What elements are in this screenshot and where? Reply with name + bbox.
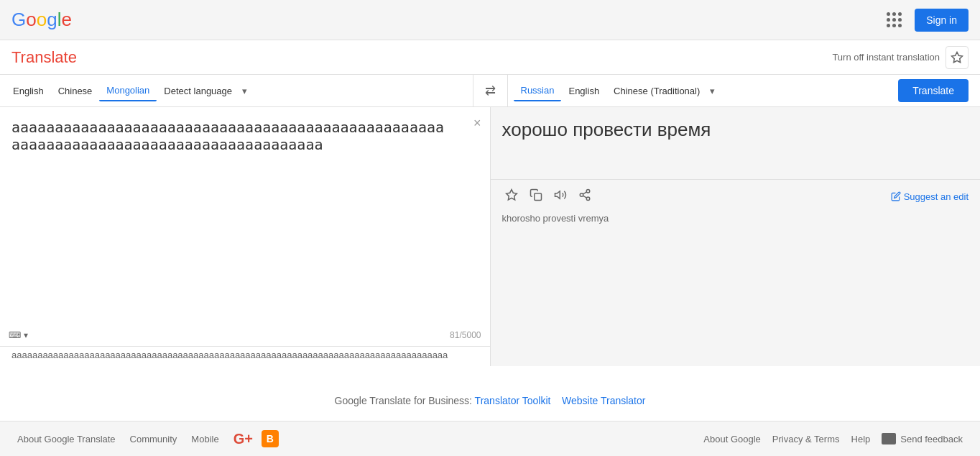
star-translation-button[interactable] [502,186,521,207]
svg-line-7 [583,196,586,198]
swap-button-container: ⇄ [473,75,508,106]
source-lang-english-button[interactable]: English [6,81,51,101]
page-title: Translate [11,48,77,67]
source-lang-chinese-button[interactable]: Chinese [51,81,100,101]
suggest-edit-label: Suggest an edit [904,191,969,202]
input-footer: ⌨ ▾ 81/5000 [0,327,490,346]
feedback-label: Send feedback [900,434,963,444]
footer-social-icons: G+ B [234,430,279,447]
svg-marker-3 [555,191,560,199]
svg-rect-2 [534,193,541,201]
google-apps-icon[interactable] [882,8,906,32]
footer: About Google Translate Community Mobile … [0,421,980,456]
translate-button[interactable]: Translate [898,79,969,102]
suggest-edit-button[interactable]: Suggest an edit [891,191,969,202]
google-plus-icon[interactable]: G+ [234,431,253,447]
svg-point-6 [586,197,590,201]
output-actions: Suggest an edit [491,179,981,213]
website-translator-link[interactable]: Website Translator [562,395,645,406]
business-label: Google Translate for Business: [335,395,472,406]
svg-marker-1 [506,190,517,200]
footer-left: About Google Translate Community Mobile … [17,430,279,447]
instant-translation-controls: Turn off instant translation [832,46,969,69]
target-lang-bar: Russian English Chinese (Traditional) ▾ … [508,75,981,106]
source-lang-mongolian-button[interactable]: Mongolian [99,81,157,101]
svg-point-4 [586,190,590,193]
privacy-terms-link[interactable]: Privacy & Terms [772,434,840,444]
sign-in-button[interactable]: Sign in [915,9,969,32]
listen-translation-button[interactable] [551,186,570,207]
save-translation-button[interactable] [946,46,969,69]
about-google-link[interactable]: About Google [703,434,761,444]
mobile-link[interactable]: Mobile [191,434,218,444]
target-lang-dropdown[interactable]: ▾ [707,81,718,101]
svg-point-5 [580,193,583,197]
target-lang-chinese-traditional-button[interactable]: Chinese (Traditional) [606,81,707,101]
target-lang-russian-button[interactable]: Russian [514,81,562,101]
blogger-icon[interactable]: B [262,430,279,447]
feedback-icon [882,433,896,444]
translation-panels: аааааааааааааааааааааааааааааааааааааааа… [0,107,980,366]
help-link[interactable]: Help [851,434,871,444]
output-panel: хорошо провести время Suggest an edit kh… [491,107,981,366]
community-link[interactable]: Community [130,434,177,444]
character-count: 81/5000 [450,330,481,340]
translator-toolkit-link[interactable]: Translator Toolkit [475,395,551,406]
translation-result: хорошо провести время [491,107,981,179]
target-lang-english-button[interactable]: English [561,81,606,101]
share-translation-button[interactable] [575,186,594,207]
language-bars: English Chinese Mongolian Detect languag… [0,75,980,107]
header: Google Sign in [0,0,980,40]
source-lang-dropdown[interactable]: ▾ [239,81,250,101]
source-romanization: аааааааааааааааааааааааааааааааааааааааа… [0,346,490,366]
source-panel: аааааааааааааааааааааааааааааааааааааааа… [0,107,491,366]
business-section: Google Translate for Business: Translato… [0,366,980,421]
about-google-translate-link[interactable]: About Google Translate [17,434,116,444]
output-romanization: khorosho provesti vremya [491,213,981,229]
keyboard-button[interactable]: ⌨ ▾ [9,330,28,340]
google-logo[interactable]: Google [11,9,72,31]
source-lang-bar: English Chinese Mongolian Detect languag… [0,75,473,106]
svg-marker-0 [952,52,963,62]
detect-language-button[interactable]: Detect language [157,81,239,101]
instant-translation-label: Turn off instant translation [832,52,940,63]
sub-header: Translate Turn off instant translation [0,40,980,75]
clear-input-button[interactable]: × [473,116,481,131]
swap-languages-button[interactable]: ⇄ [485,83,496,99]
header-left: Google [11,9,72,31]
copy-translation-button[interactable] [527,186,545,207]
keyboard-dropdown-arrow: ▾ [24,330,28,340]
header-right: Sign in [882,8,969,32]
send-feedback-button[interactable]: Send feedback [882,433,963,444]
footer-right: About Google Privacy & Terms Help Send f… [703,433,963,444]
source-input[interactable]: аааааааааааааааааааааааааааааааааааааааа… [0,107,490,327]
keyboard-icon: ⌨ [9,330,21,340]
svg-line-8 [583,192,586,194]
